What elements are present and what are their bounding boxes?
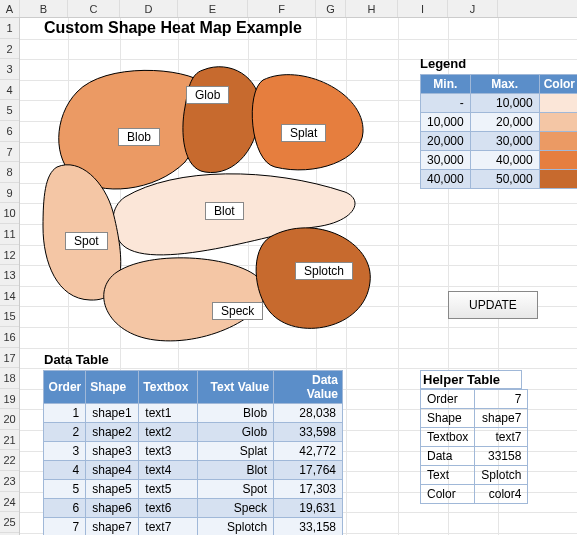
dt-order[interactable]: 7 [44,518,86,536]
legend-swatch[interactable] [539,94,577,113]
row-header-21[interactable]: 21 [0,430,19,451]
dt-textbox[interactable]: text7 [139,518,198,536]
dt-textvalue[interactable]: Speck [198,499,274,518]
shape-speck[interactable] [104,258,266,341]
col-header-H[interactable]: H [346,0,398,17]
col-header-B[interactable]: B [20,0,68,17]
row-header-18[interactable]: 18 [0,368,19,389]
dt-shape[interactable]: shape4 [86,461,139,480]
row-header-2[interactable]: 2 [0,39,19,60]
row-header-4[interactable]: 4 [0,80,19,101]
dt-textvalue[interactable]: Blob [198,404,274,423]
shape-label-speck[interactable]: Speck [212,302,263,320]
dt-shape[interactable]: shape1 [86,404,139,423]
col-header-I[interactable]: I [398,0,448,17]
row-header-23[interactable]: 23 [0,471,19,492]
row-header-1[interactable]: 1 [0,18,19,39]
dt-textvalue[interactable]: Blot [198,461,274,480]
helper-key[interactable]: Textbox [421,428,475,447]
row-header-8[interactable]: 8 [0,162,19,183]
dt-shape[interactable]: shape6 [86,499,139,518]
row-header-10[interactable]: 10 [0,203,19,224]
dt-order[interactable]: 4 [44,461,86,480]
legend-max[interactable]: 10,000 [470,94,539,113]
dt-textvalue[interactable]: Glob [198,423,274,442]
shape-label-spot[interactable]: Spot [65,232,108,250]
helper-val[interactable]: 7 [475,390,528,409]
row-header-14[interactable]: 14 [0,286,19,307]
row-header-13[interactable]: 13 [0,265,19,286]
helper-val[interactable]: Splotch [475,466,528,485]
shape-label-splat[interactable]: Splat [281,124,326,142]
dt-datavalue[interactable]: 28,038 [274,404,343,423]
row-header-17[interactable]: 17 [0,348,19,369]
row-header-25[interactable]: 25 [0,512,19,533]
legend-swatch[interactable] [539,151,577,170]
row-header-7[interactable]: 7 [0,142,19,163]
dt-textvalue[interactable]: Spot [198,480,274,499]
dt-datavalue[interactable]: 33,598 [274,423,343,442]
dt-textvalue[interactable]: Splotch [198,518,274,536]
dt-datavalue[interactable]: 19,631 [274,499,343,518]
dt-datavalue[interactable]: 17,764 [274,461,343,480]
legend-min[interactable]: - [421,94,471,113]
dt-shape[interactable]: shape3 [86,442,139,461]
row-header-24[interactable]: 24 [0,492,19,513]
dt-textvalue[interactable]: Splat [198,442,274,461]
dt-textbox[interactable]: text3 [139,442,198,461]
col-header-G[interactable]: G [316,0,346,17]
shape-label-splotch[interactable]: Splotch [295,262,353,280]
helper-key[interactable]: Text [421,466,475,485]
shape-glob[interactable] [183,67,260,173]
helper-val[interactable]: shape7 [475,409,528,428]
row-header-19[interactable]: 19 [0,389,19,410]
helper-val[interactable]: text7 [475,428,528,447]
legend-min[interactable]: 10,000 [421,113,471,132]
dt-order[interactable]: 2 [44,423,86,442]
legend-min[interactable]: 40,000 [421,170,471,189]
helper-key[interactable]: Shape [421,409,475,428]
row-header-16[interactable]: 16 [0,327,19,348]
update-button[interactable]: UPDATE [448,291,538,319]
legend-max[interactable]: 30,000 [470,132,539,151]
row-header-5[interactable]: 5 [0,100,19,121]
legend-min[interactable]: 30,000 [421,151,471,170]
shape-label-glob[interactable]: Glob [186,86,229,104]
legend-min[interactable]: 20,000 [421,132,471,151]
shape-label-blot[interactable]: Blot [205,202,244,220]
dt-shape[interactable]: shape2 [86,423,139,442]
row-header-11[interactable]: 11 [0,224,19,245]
col-header-D[interactable]: D [120,0,178,17]
legend-max[interactable]: 20,000 [470,113,539,132]
row-header-9[interactable]: 9 [0,183,19,204]
helper-val[interactable]: 33158 [475,447,528,466]
dt-order[interactable]: 5 [44,480,86,499]
dt-textbox[interactable]: text1 [139,404,198,423]
row-header-6[interactable]: 6 [0,121,19,142]
helper-key[interactable]: Data [421,447,475,466]
col-header-E[interactable]: E [178,0,248,17]
dt-order[interactable]: 3 [44,442,86,461]
dt-datavalue[interactable]: 17,303 [274,480,343,499]
col-header-C[interactable]: C [68,0,120,17]
dt-order[interactable]: 6 [44,499,86,518]
legend-swatch[interactable] [539,170,577,189]
dt-order[interactable]: 1 [44,404,86,423]
helper-val[interactable]: color4 [475,485,528,504]
col-header-J[interactable]: J [448,0,498,17]
col-header-F[interactable]: F [248,0,316,17]
dt-textbox[interactable]: text6 [139,499,198,518]
row-header-15[interactable]: 15 [0,306,19,327]
legend-max[interactable]: 40,000 [470,151,539,170]
dt-datavalue[interactable]: 42,772 [274,442,343,461]
dt-textbox[interactable]: text4 [139,461,198,480]
dt-shape[interactable]: shape7 [86,518,139,536]
legend-swatch[interactable] [539,113,577,132]
shape-splat[interactable] [252,75,363,170]
legend-max[interactable]: 50,000 [470,170,539,189]
dt-textbox[interactable]: text5 [139,480,198,499]
legend-swatch[interactable] [539,132,577,151]
worksheet-area[interactable]: Custom Shape Heat Map Example BlobGlobSp… [20,18,577,535]
col-header-A[interactable]: A [0,0,20,17]
row-header-20[interactable]: 20 [0,409,19,430]
